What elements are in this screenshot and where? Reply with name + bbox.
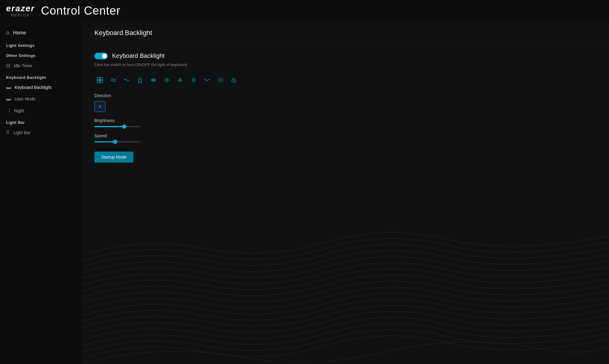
mode-icon-btn-4[interactable] (148, 75, 159, 86)
sidebar-item-idle-timer-label: Idle Timer (14, 63, 32, 68)
speed-container: Speed (94, 133, 597, 142)
sidebar-section-light-settings: Light Settings (0, 40, 82, 50)
svg-point-4 (166, 79, 168, 81)
toggle-icon: ⊟ (6, 63, 10, 68)
speed-fill (94, 141, 115, 142)
sidebar-item-keyboard-backlight-label: Keyboard Backlight (15, 85, 51, 90)
sidebar: ⌂ Home Light Settings Other Settings ⊟ I… (0, 21, 82, 364)
keyboard-backlight-toggle[interactable] (94, 53, 108, 59)
sidebar-item-light-bar[interactable]: ⠿ Light Bar (0, 127, 82, 138)
mode-icons-row (94, 75, 597, 86)
keyboard-icon: ▬ (6, 85, 11, 90)
user-mode-icon: ▬ (6, 96, 11, 102)
moon-icon: ☽ (6, 108, 10, 114)
logo-area: erazer MEDION (6, 4, 35, 17)
mode-icon-btn-7[interactable] (188, 75, 199, 86)
brightness-fill (94, 126, 124, 127)
sidebar-section-keyboard-backlight: Keyboard Backlight (0, 72, 82, 82)
sidebar-item-night[interactable]: ☽ Night (0, 105, 82, 117)
mode-icon-btn-0[interactable] (94, 75, 105, 86)
sidebar-section-other-settings: Other Settings (0, 50, 82, 60)
logo-medion: MEDION (11, 13, 30, 17)
content-area: Keyboard Backlight Click the switch to t… (82, 43, 609, 172)
page-title: Keyboard Backlight (82, 21, 609, 43)
sidebar-item-user-mode[interactable]: ▬ User Mode (0, 93, 82, 105)
mode-icon-btn-1[interactable] (108, 75, 119, 86)
mode-icon-btn-3[interactable] (135, 75, 146, 86)
mode-icon-btn-6[interactable] (175, 75, 186, 86)
speed-slider[interactable] (94, 141, 140, 142)
light-bar-icon: ⠿ (6, 130, 10, 135)
svg-rect-2 (97, 80, 100, 83)
sidebar-home-label: Home (13, 30, 26, 36)
mode-icon-btn-9[interactable] (215, 75, 226, 86)
sidebar-home[interactable]: ⌂ Home (0, 26, 82, 40)
sidebar-item-user-mode-label: User Mode (15, 96, 35, 101)
brightness-thumb[interactable] (122, 124, 126, 129)
sidebar-section-light-bar: Light Bar (0, 117, 82, 127)
sidebar-item-night-label: Night (14, 108, 24, 113)
startup-mode-button[interactable]: Startup Mode (94, 152, 133, 163)
mode-icon-btn-5[interactable] (161, 75, 172, 86)
mode-icon-btn-2[interactable] (121, 75, 132, 86)
app-title: Control Center (41, 4, 121, 17)
svg-rect-1 (100, 77, 103, 80)
svg-rect-0 (97, 77, 100, 80)
direction-label: Direction (94, 93, 597, 98)
sidebar-item-light-bar-label: Light Bar (13, 130, 30, 135)
brightness-label: Brightness (94, 118, 597, 123)
app-header: erazer MEDION Control Center (0, 0, 609, 21)
direction-button[interactable]: ✕ (94, 101, 105, 112)
brightness-container: Brightness (94, 118, 597, 127)
section-title: Keyboard Backlight (112, 52, 164, 59)
speed-thumb[interactable] (113, 140, 117, 144)
section-header: Keyboard Backlight (94, 52, 597, 59)
speed-label: Speed (94, 133, 597, 138)
section-desc: Click the switch to turn ON/OFF the ligh… (94, 62, 597, 67)
svg-rect-3 (100, 80, 103, 83)
brightness-slider[interactable] (94, 126, 140, 127)
logo-erazer: erazer (6, 4, 35, 13)
mode-icon-btn-10[interactable] (228, 75, 239, 86)
toggle-knob (102, 54, 107, 58)
main-content: Keyboard Backlight Keyboard Backlight Cl… (82, 21, 609, 364)
home-icon: ⌂ (6, 30, 9, 36)
sidebar-item-keyboard-backlight[interactable]: ▬ Keyboard Backlight (0, 82, 82, 93)
sidebar-item-idle-timer[interactable]: ⊟ Idle Timer (0, 60, 82, 72)
mode-icon-btn-8[interactable] (202, 75, 213, 86)
